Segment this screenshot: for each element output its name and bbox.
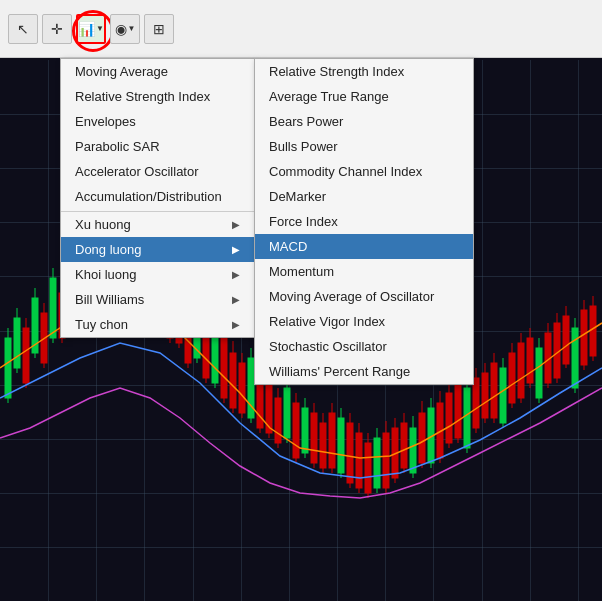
menu-item-macd[interactable]: MACD	[255, 234, 473, 259]
menu-item-momentum[interactable]: Momentum	[255, 259, 473, 284]
menu-item-tuy-chon[interactable]: Tuy chon ▶	[61, 312, 254, 337]
menu-level1: Moving Average Relative Strength Index E…	[60, 58, 255, 338]
menu-item-demarker[interactable]: DeMarker	[255, 184, 473, 209]
menu-label: Average True Range	[269, 89, 389, 104]
cursor-button[interactable]: ↖	[8, 14, 38, 44]
menu-label: Relative Strength Index	[269, 64, 404, 79]
menu-item-force-index[interactable]: Force Index	[255, 209, 473, 234]
menu-label: DeMarker	[269, 189, 326, 204]
submenu-arrow: ▶	[232, 319, 240, 330]
submenu-arrow: ▶	[232, 269, 240, 280]
crosshair-button[interactable]: ✛	[42, 14, 72, 44]
menu-item-rsi[interactable]: Relative Strength Index	[61, 84, 254, 109]
menu-label: Momentum	[269, 264, 334, 279]
menu-item-khoi-luong[interactable]: Khoi luong ▶	[61, 262, 254, 287]
menu-item-xu-huong[interactable]: Xu huong ▶	[61, 211, 254, 237]
menu-item-bill-williams[interactable]: Bill Williams ▶	[61, 287, 254, 312]
menu-item-rsi2[interactable]: Relative Strength Index	[255, 59, 473, 84]
submenu-arrow: ▶	[232, 294, 240, 305]
menu-label: MACD	[269, 239, 307, 254]
menu-label: Parabolic SAR	[75, 139, 160, 154]
menu-label: Force Index	[269, 214, 338, 229]
menu-item-moving-average[interactable]: Moving Average	[61, 59, 254, 84]
menu-level2: Relative Strength Index Average True Ran…	[254, 58, 474, 385]
menu-item-parabolic-sar[interactable]: Parabolic SAR	[61, 134, 254, 159]
circle-dropdown-button[interactable]: ◉▼	[110, 14, 140, 44]
menu-item-accelerator[interactable]: Accelerator Oscillator	[61, 159, 254, 184]
menu-label: Relative Vigor Index	[269, 314, 385, 329]
menu-label: Xu huong	[75, 217, 131, 232]
menu-label: Moving Average of Oscillator	[269, 289, 434, 304]
indicator-icon: 📊	[78, 21, 95, 37]
menu-item-accumulation[interactable]: Accumulation/Distribution	[61, 184, 254, 209]
menu-item-bears-power[interactable]: Bears Power	[255, 109, 473, 134]
menu-label: Bulls Power	[269, 139, 338, 154]
menu-label: Bill Williams	[75, 292, 144, 307]
menu-label: Stochastic Oscillator	[269, 339, 387, 354]
menu-item-rvi[interactable]: Relative Vigor Index	[255, 309, 473, 334]
menu-item-envelopes[interactable]: Envelopes	[61, 109, 254, 134]
menu-label: Accumulation/Distribution	[75, 189, 222, 204]
menu-item-mao[interactable]: Moving Average of Oscillator	[255, 284, 473, 309]
menu-item-bulls-power[interactable]: Bulls Power	[255, 134, 473, 159]
menu-item-cci[interactable]: Commodity Channel Index	[255, 159, 473, 184]
menu-label: Khoi luong	[75, 267, 136, 282]
menu-label: Tuy chon	[75, 317, 128, 332]
menu-label: Accelerator Oscillator	[75, 164, 199, 179]
menu-item-atr[interactable]: Average True Range	[255, 84, 473, 109]
menu-item-williams[interactable]: Williams' Percent Range	[255, 359, 473, 384]
menu-label: Bears Power	[269, 114, 343, 129]
menu-item-stochastic[interactable]: Stochastic Oscillator	[255, 334, 473, 359]
menu-label: Williams' Percent Range	[269, 364, 410, 379]
menu-label: Relative Strength Index	[75, 89, 210, 104]
menu-label: Envelopes	[75, 114, 136, 129]
menu-label: Commodity Channel Index	[269, 164, 422, 179]
submenu-arrow: ▶	[232, 244, 240, 255]
menu-item-dong-luong[interactable]: Dong luong ▶	[61, 237, 254, 262]
dropdown-arrow: ▼	[96, 24, 104, 33]
template-button[interactable]: ⊞	[144, 14, 174, 44]
menu-label: Moving Average	[75, 64, 168, 79]
indicator-button[interactable]: 📊 ▼	[76, 14, 106, 44]
menu-label: Dong luong	[75, 242, 142, 257]
submenu-arrow: ▶	[232, 219, 240, 230]
toolbar: ↖ ✛ 📊 ▼ ◉▼ ⊞	[0, 0, 602, 58]
